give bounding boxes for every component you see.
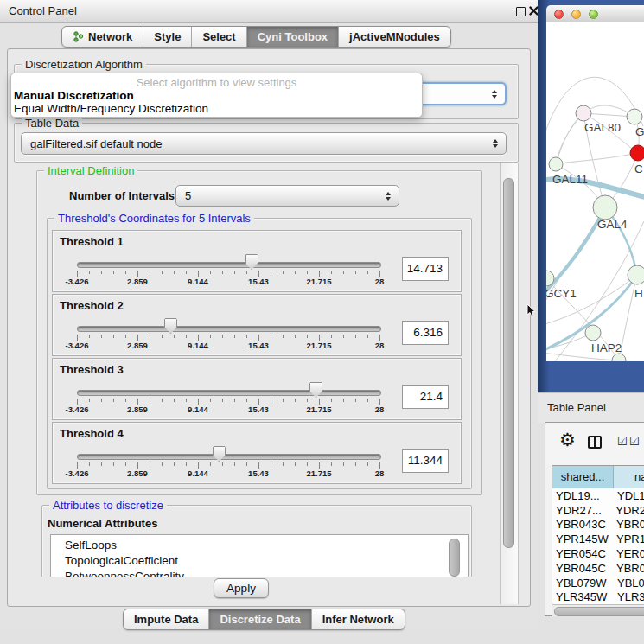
tab-network[interactable]: Network	[62, 27, 143, 47]
list-scrollbar-thumb[interactable]	[449, 539, 460, 577]
table-hscrollbar[interactable]	[552, 604, 644, 616]
minor-tick	[246, 399, 247, 402]
minor-tick	[283, 335, 284, 338]
threshold-value-field[interactable]: 6.316	[402, 321, 449, 345]
minor-tick	[331, 335, 332, 338]
cell-name: YDR2	[611, 504, 644, 517]
minor-tick	[89, 335, 90, 338]
tab-cyni-toolbox[interactable]: Cyni Toolbox	[247, 27, 339, 47]
table-hscrollbar-thumb[interactable]	[554, 607, 644, 616]
minor-tick	[174, 335, 175, 338]
tab-jactivemnodules[interactable]: jActiveMNodules	[339, 27, 450, 47]
minor-tick	[174, 271, 175, 274]
major-tick	[258, 462, 259, 469]
gear-icon[interactable]: ⚙	[559, 430, 576, 450]
spinner-arrows-icon[interactable]	[386, 192, 391, 201]
threshold-value-field[interactable]: 11.344	[402, 449, 449, 473]
table-row[interactable]: YBR043CYBR0	[552, 518, 644, 532]
algorithm-dropdown-popup: Select algorithm to view settings Manual…	[10, 73, 423, 118]
network-canvas[interactable]: GAL80GACGAL11GAL4GCY1HHAP2	[546, 22, 644, 361]
number-of-intervals-spinner[interactable]: 5	[175, 185, 399, 207]
network-node-gal11[interactable]	[549, 157, 563, 171]
table-data-combobox[interactable]: galFiltered.sif default node	[21, 132, 507, 155]
tick-label: 21.715	[300, 469, 338, 478]
table-row[interactable]: YDR27...YDR2	[552, 503, 644, 518]
tick-label: 28	[360, 277, 399, 286]
node-label: GAL11	[552, 173, 588, 186]
threshold-value-field[interactable]: 14.713	[402, 257, 449, 281]
tick-label: 2.859	[118, 277, 156, 286]
minimize-traffic-light-icon[interactable]	[571, 10, 581, 19]
table-row[interactable]: YLR345WYLR3	[552, 590, 644, 604]
numerical-attributes-list[interactable]: SelfLoopsTopologicalCoefficientBetweenne…	[50, 534, 469, 577]
slider-track[interactable]	[77, 454, 381, 460]
checkbox-icon[interactable]: ☑	[629, 435, 640, 448]
tab-style[interactable]: Style	[143, 27, 192, 47]
minor-tick	[101, 335, 102, 338]
slider-track[interactable]	[77, 390, 381, 396]
tab-select[interactable]: Select	[192, 27, 246, 47]
node-label: GCY1	[546, 287, 577, 300]
minor-tick	[283, 271, 284, 274]
minor-tick	[331, 399, 332, 402]
column-header-name[interactable]: na	[614, 466, 644, 488]
list-item-topologicalcoefficient[interactable]: TopologicalCoefficient	[51, 553, 468, 569]
minor-tick	[234, 399, 235, 402]
network-node-hap2[interactable]	[585, 325, 601, 341]
node-label: GAL80	[584, 121, 621, 134]
table-panel-header: Table Panel	[538, 392, 644, 423]
node-label: HAP2	[591, 341, 622, 354]
slider-track[interactable]	[77, 326, 381, 332]
major-tick	[77, 335, 78, 341]
list-item-betweennesscentrality[interactable]: BetweennessCentrality	[51, 569, 468, 577]
minor-tick	[246, 462, 247, 466]
table-row[interactable]: YPR145WYPR1	[552, 532, 644, 546]
network-window-titlebar[interactable]	[546, 5, 644, 23]
combo-arrows-icon[interactable]	[492, 90, 497, 99]
table-row[interactable]: YBR045CYBR0	[552, 561, 644, 576]
network-node-ga[interactable]	[627, 109, 642, 124]
close-traffic-light-icon[interactable]	[554, 10, 564, 19]
popup-option-manual-discretization[interactable]: Manual Discretization	[14, 89, 134, 102]
apply-button[interactable]: Apply	[214, 578, 269, 598]
minor-tick	[162, 335, 163, 338]
float-window-icon[interactable]	[516, 7, 526, 16]
split-columns-icon[interactable]	[588, 436, 602, 449]
threshold-value-field[interactable]: 21.4	[402, 385, 449, 409]
table-row[interactable]: YER054CYER0	[552, 546, 644, 561]
checkbox-icon[interactable]: ☑	[617, 435, 628, 448]
tab-infer-network[interactable]: Infer Network	[312, 609, 405, 629]
minor-tick	[125, 271, 126, 274]
group-title: Interval Definition	[44, 164, 137, 177]
minor-tick	[307, 462, 308, 466]
slider-track[interactable]	[77, 262, 381, 268]
list-item-selfloops[interactable]: SelfLoops	[51, 538, 468, 553]
column-header-shared-name[interactable]: shared...	[552, 466, 614, 488]
combo-arrows-icon[interactable]	[493, 139, 498, 148]
popup-option-equal-width-frequency[interactable]: Equal Width/Frequency Discretization	[14, 102, 208, 115]
tab-discretize-data[interactable]: Discretize Data	[209, 609, 311, 629]
group-title: Threshold's Coordinates for 5 Intervals	[54, 212, 254, 225]
table-row[interactable]: YDL19...YDL1	[552, 488, 644, 503]
tab-impute-data[interactable]: Impute Data	[124, 609, 209, 629]
network-node-gal4[interactable]	[593, 195, 617, 220]
cell-shared-name: YDL19...	[552, 489, 613, 502]
network-node[interactable]	[612, 354, 626, 361]
network-node-h[interactable]	[628, 265, 644, 284]
minor-tick	[234, 462, 235, 466]
network-node-c[interactable]	[630, 145, 644, 161]
minor-tick	[331, 462, 332, 466]
tick-label: 21.715	[300, 405, 338, 414]
major-tick	[379, 271, 380, 277]
tick-label: 2.859	[118, 405, 156, 414]
zoom-traffic-light-icon[interactable]	[589, 10, 598, 19]
network-node-gal80[interactable]	[576, 105, 591, 121]
table-row[interactable]: YBL079WYBL0	[552, 576, 644, 590]
minor-tick	[186, 271, 187, 274]
minor-tick	[367, 399, 368, 402]
tick-label: -3.426	[58, 341, 96, 350]
minor-tick	[343, 335, 344, 338]
tick-label: 9.144	[179, 405, 217, 414]
minor-tick	[150, 462, 150, 466]
tick-label: 28	[360, 341, 399, 350]
